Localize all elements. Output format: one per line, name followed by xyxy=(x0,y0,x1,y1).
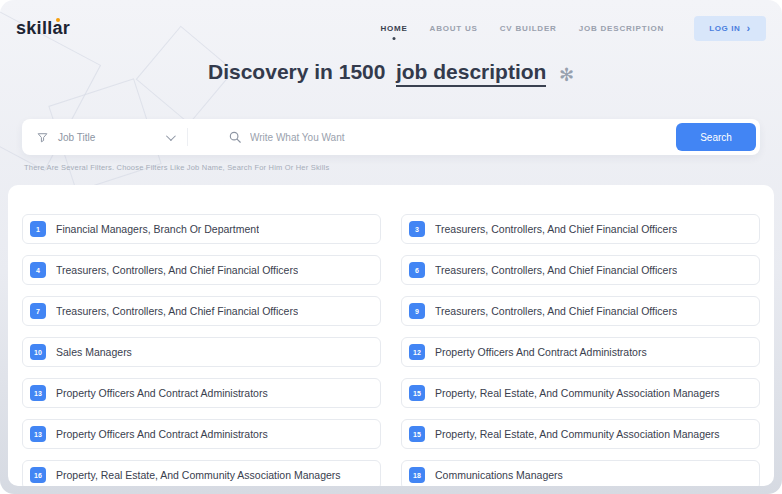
job-title-text: Financial Managers, Branch Or Department xyxy=(56,223,259,235)
search-bar: Job Title Search xyxy=(22,119,760,155)
job-title-text: Treasurers, Controllers, And Chief Finan… xyxy=(435,264,677,276)
spinner-asterisk-icon: ✻ xyxy=(559,65,574,85)
job-title-dropdown[interactable]: Job Title xyxy=(22,131,187,144)
main-nav: HOME ABOUT US CV BUILDER JOB DESCRIPTION xyxy=(380,24,664,33)
page-title: Discovery in 1500 xyxy=(208,60,385,83)
job-list-item[interactable]: 3 Treasurers, Controllers, And Chief Fin… xyxy=(401,214,760,244)
job-number-badge: 7 xyxy=(30,303,46,319)
job-title-text: Sales Managers xyxy=(56,346,132,358)
job-title-text: Property Officers And Contract Administr… xyxy=(435,346,647,358)
job-results-panel: 1 Financial Managers, Branch Or Departme… xyxy=(8,185,774,486)
job-title-dropdown-label: Job Title xyxy=(58,132,157,143)
job-number-badge: 9 xyxy=(409,303,425,319)
job-list-item[interactable]: 18 Communications Managers xyxy=(401,460,760,486)
job-title-text: Property Officers And Contract Administr… xyxy=(56,428,268,440)
job-title-text: Property, Real Estate, And Community Ass… xyxy=(435,428,720,440)
job-list-item[interactable]: 9 Treasurers, Controllers, And Chief Fin… xyxy=(401,296,760,326)
nav-item-label: JOB DESCRIPTION xyxy=(579,24,664,33)
chevron-down-icon xyxy=(166,131,176,141)
brand-logo[interactable]: skillar xyxy=(16,18,70,39)
nav-item-cv-builder[interactable]: CV BUILDER xyxy=(500,24,557,33)
nav-item-label: HOME xyxy=(380,24,407,33)
nav-item-job-description[interactable]: JOB DESCRIPTION xyxy=(579,24,664,33)
header: skillar HOME ABOUT US CV BUILDER JOB DES… xyxy=(0,0,782,56)
job-number-badge: 13 xyxy=(30,426,46,442)
page: skillar HOME ABOUT US CV BUILDER JOB DES… xyxy=(0,0,782,494)
divider xyxy=(187,128,188,146)
job-title-text: Treasurers, Controllers, And Chief Finan… xyxy=(435,305,677,317)
job-title-text: Property, Real Estate, And Community Ass… xyxy=(56,469,341,481)
brand-logo-text: skillar xyxy=(16,18,70,38)
job-list-item[interactable]: 16 Property, Real Estate, And Community … xyxy=(22,460,381,486)
job-number-badge: 10 xyxy=(30,344,46,360)
active-nav-dot xyxy=(392,37,395,40)
login-button-label: LOG IN xyxy=(709,24,740,33)
job-list-item[interactable]: 13 Property Officers And Contract Admini… xyxy=(22,378,381,408)
filter-icon xyxy=(36,131,49,144)
hero-section: Discovery in 1500 job description ✻ xyxy=(0,60,782,87)
job-list-item[interactable]: 13 Property Officers And Contract Admini… xyxy=(22,419,381,449)
job-title-text: Treasurers, Controllers, And Chief Finan… xyxy=(56,264,298,276)
search-input[interactable] xyxy=(250,132,676,143)
job-number-badge: 3 xyxy=(409,221,425,237)
job-number-badge: 13 xyxy=(30,385,46,401)
page-title-emphasis[interactable]: job description xyxy=(396,60,547,87)
job-number-badge: 15 xyxy=(409,385,425,401)
login-button[interactable]: LOG IN › xyxy=(694,16,766,41)
job-list-item[interactable]: 10 Sales Managers xyxy=(22,337,381,367)
job-list-item[interactable]: 1 Financial Managers, Branch Or Departme… xyxy=(22,214,381,244)
job-number-badge: 18 xyxy=(409,467,425,483)
job-list-item[interactable]: 7 Treasurers, Controllers, And Chief Fin… xyxy=(22,296,381,326)
nav-item-about-us[interactable]: ABOUT US xyxy=(430,24,478,33)
nav-item-label: ABOUT US xyxy=(430,24,478,33)
job-list-item[interactable]: 4 Treasurers, Controllers, And Chief Fin… xyxy=(22,255,381,285)
job-number-badge: 12 xyxy=(409,344,425,360)
job-list-item[interactable]: 6 Treasurers, Controllers, And Chief Fin… xyxy=(401,255,760,285)
nav-item-home[interactable]: HOME xyxy=(380,24,407,33)
job-list-item[interactable]: 15 Property, Real Estate, And Community … xyxy=(401,378,760,408)
job-number-badge: 1 xyxy=(30,221,46,237)
search-button[interactable]: Search xyxy=(676,123,756,151)
job-list-item[interactable]: 12 Property Officers And Contract Admini… xyxy=(401,337,760,367)
job-title-text: Communications Managers xyxy=(435,469,563,481)
chevron-right-icon: › xyxy=(746,23,750,34)
job-number-badge: 4 xyxy=(30,262,46,278)
job-title-text: Treasurers, Controllers, And Chief Finan… xyxy=(435,223,677,235)
search-icon xyxy=(228,130,242,144)
job-number-badge: 15 xyxy=(409,426,425,442)
job-list-item[interactable]: 15 Property, Real Estate, And Community … xyxy=(401,419,760,449)
job-title-text: Property Officers And Contract Administr… xyxy=(56,387,268,399)
job-number-badge: 16 xyxy=(30,467,46,483)
brand-logo-dot xyxy=(56,18,60,22)
job-title-text: Property, Real Estate, And Community Ass… xyxy=(435,387,720,399)
filters-helper-text: There Are Several Filters. Choose Filter… xyxy=(24,163,329,172)
job-title-text: Treasurers, Controllers, And Chief Finan… xyxy=(56,305,298,317)
job-number-badge: 6 xyxy=(409,262,425,278)
nav-item-label: CV BUILDER xyxy=(500,24,557,33)
